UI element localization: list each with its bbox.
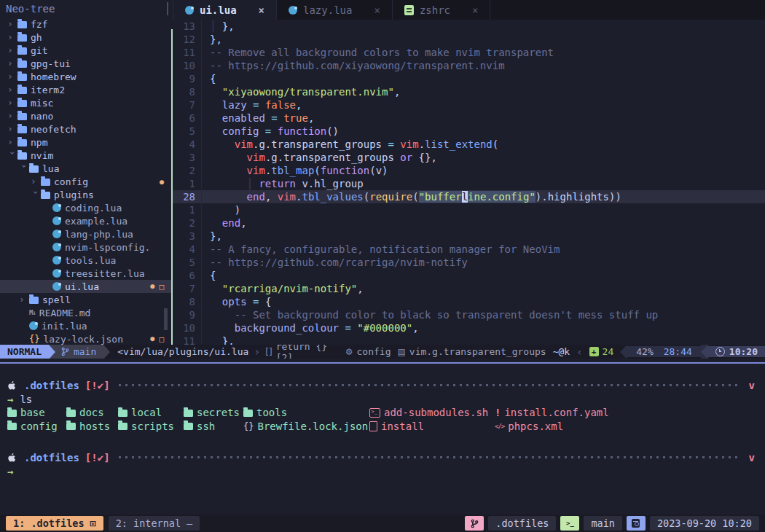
tree-item-lua[interactable]: ›lua: [0, 162, 173, 175]
tree-item-lazy-lock-json[interactable]: {}lazy-lock.json●□: [0, 332, 173, 345]
tree-item-misc[interactable]: ›misc: [0, 96, 173, 109]
code-line[interactable]: 10-- https://github.com/xiyaowong/transp…: [173, 59, 765, 72]
chevron-down-icon[interactable]: ›: [7, 150, 17, 160]
code-line[interactable]: 11 },: [173, 335, 765, 345]
code-token: [210, 165, 247, 176]
tree-item-spell[interactable]: ›spell: [0, 293, 173, 306]
tree-item-lang-php-lua[interactable]: lang-php.lua: [0, 227, 173, 240]
tab-ui-lua[interactable]: ui.lua ×: [173, 0, 277, 20]
code-line[interactable]: 12},: [173, 33, 765, 46]
tab-zshrc[interactable]: zshrc ×: [393, 0, 491, 20]
code-line-text: -- A fancy, configurable, notification m…: [201, 243, 560, 256]
git-branch-segment[interactable]: main: [55, 345, 103, 359]
tree-item-ui-lua[interactable]: ui.lua●□: [0, 280, 173, 293]
code-line[interactable]: 13│ },: [173, 20, 765, 33]
sidebar-scrollbar-thumb[interactable]: [164, 308, 168, 330]
tree-item-homebrew[interactable]: ›homebrew: [0, 70, 173, 83]
tree-item-coding-lua[interactable]: coding.lua: [0, 201, 173, 214]
tree-item-tools-lua[interactable]: tools.lua: [0, 254, 173, 267]
chevron-right-icon[interactable]: ›: [7, 58, 17, 69]
tree-item-nvim-lspconfig-[interactable]: nvim-lspconfig.: [0, 240, 173, 254]
code-line[interactable]: 1 ): [173, 203, 765, 216]
code-line[interactable]: 28 end, vim.tbl_values(require("bufferli…: [173, 190, 765, 203]
code-line[interactable]: 7 "rcarriga/nvim-notify",: [173, 282, 765, 295]
tmux-window-1[interactable]: 1: .dotfiles ⊡: [6, 516, 103, 531]
tree-item-nano[interactable]: ›nano: [0, 109, 173, 122]
window-separator[interactable]: [171, 29, 173, 345]
apple-icon: [7, 380, 17, 391]
chevron-right-icon[interactable]: ›: [7, 19, 17, 29]
tree-item-readme-md[interactable]: M↓README.md: [0, 306, 173, 319]
breadcrumb-separator: ›: [254, 345, 260, 359]
code-line[interactable]: 10 background_colour = "#000000",: [173, 321, 765, 335]
code-token: ,: [296, 99, 302, 111]
code-line[interactable]: 6{: [173, 269, 765, 282]
code-line[interactable]: 9{: [173, 72, 765, 85]
code-line[interactable]: 3 vim.g.transparent_groups or {},: [173, 151, 765, 164]
code-line[interactable]: 1 │ return v.hl_group: [173, 177, 765, 190]
tree-item-neofetch[interactable]: ›neofetch: [0, 122, 173, 136]
tree-item-config[interactable]: ›config●: [0, 175, 173, 188]
tmux-window-2[interactable]: 2: internal –: [109, 516, 200, 531]
tree-item-init-lua[interactable]: init.lua: [0, 319, 173, 332]
code-line-text: -- Set background color to black so tran…: [201, 308, 658, 321]
position-segment: 42% 28:44: [627, 346, 701, 357]
sidebar-scrollbar-thumb[interactable]: [167, 2, 168, 15]
code-line[interactable]: 8 opts = {: [173, 295, 765, 308]
tree-item-treesitter-lua[interactable]: treesitter.lua: [0, 267, 173, 280]
code-line[interactable]: 8 "xiyaowong/transparent.nvim",: [173, 85, 765, 98]
code-line[interactable]: 3},: [173, 230, 765, 243]
chevron-down-icon[interactable]: ›: [31, 189, 41, 200]
tree-item-git[interactable]: ›git: [0, 44, 173, 57]
chevron-right-icon[interactable]: ›: [7, 111, 17, 121]
code-line[interactable]: 2 end,: [173, 216, 765, 230]
breadcrumb-field-config[interactable]: ⚙ config: [345, 345, 391, 359]
code-line[interactable]: 7 lazy = false,: [173, 98, 765, 112]
breadcrumb-scope[interactable]: [] return {} [2]: [265, 345, 338, 359]
code-area[interactable]: 13│ },12},11-- Remove all background col…: [173, 20, 765, 345]
tree-item-label: lang-php.lua: [65, 229, 133, 240]
code-line[interactable]: 11-- Remove all background colors to mak…: [173, 46, 765, 59]
xml-icon: </>: [495, 420, 504, 434]
ls-entry-hosts: hosts: [66, 420, 118, 434]
chevron-right-icon[interactable]: ›: [7, 45, 17, 55]
close-icon[interactable]: ×: [472, 4, 478, 16]
chevron-right-icon[interactable]: ›: [7, 124, 17, 134]
tree-item-example-lua[interactable]: example.lua: [0, 214, 173, 227]
chevron-right-icon[interactable]: ›: [7, 71, 17, 82]
code-line[interactable]: 2 vim.tbl_map(function(v): [173, 164, 765, 177]
code-line[interactable]: 9 -- Set background color to black so tr…: [173, 308, 765, 321]
code-line[interactable]: 5-- https://github.com/rcarriga/nvim-not…: [173, 256, 765, 269]
tree-item-gpg-tui[interactable]: ›gpg-tui: [0, 57, 173, 70]
close-icon[interactable]: ×: [259, 4, 264, 16]
ls-entry-label: scripts: [131, 420, 174, 434]
tree-item-fzf[interactable]: ›fzf: [0, 17, 173, 31]
chevron-right-icon[interactable]: ›: [7, 32, 17, 42]
tree-item-gh[interactable]: ›gh: [0, 31, 173, 44]
tree-item-nvim[interactable]: ›nvim: [0, 149, 173, 162]
breadcrumb-field-variable[interactable]: ▤ vim.g.transparent_groups: [397, 345, 546, 359]
chevron-right-icon[interactable]: ›: [31, 176, 41, 187]
code-token: ,: [394, 86, 400, 98]
ls-entry-docs: docs: [66, 406, 118, 420]
tree-item-npm[interactable]: ›npm: [0, 136, 173, 149]
lua-icon: [29, 321, 38, 330]
command-line-empty[interactable]: →: [7, 464, 758, 478]
close-icon[interactable]: ×: [374, 4, 380, 16]
chevron-down-icon[interactable]: ›: [19, 163, 29, 173]
ls-entry-scripts: scripts: [118, 420, 184, 434]
chevron-right-icon[interactable]: ›: [19, 294, 29, 305]
tab-lazy-lua[interactable]: lazy.lua ×: [277, 0, 393, 20]
chevron-right-icon[interactable]: ›: [7, 137, 17, 147]
tree-item-iterm2[interactable]: ›iterm2: [0, 83, 173, 96]
tmux-shell-name: main: [584, 516, 622, 531]
chevron-right-icon[interactable]: ›: [7, 98, 17, 108]
code-line[interactable]: 6 enabled = true,: [173, 112, 765, 125]
chevron-right-icon[interactable]: ›: [7, 85, 17, 95]
code-line[interactable]: 4-- A fancy, configurable, notification …: [173, 243, 765, 256]
tree-item-plugins[interactable]: ›plugins: [0, 188, 173, 201]
tree-item-label: tools.lua: [65, 255, 116, 266]
shell-pane[interactable]: .dotfiles [!✔] v → ls basedocslocalsecre…: [0, 364, 765, 529]
code-line[interactable]: 4 vim.g.transparent_groups = vim.list_ex…: [173, 138, 765, 151]
code-line[interactable]: 5 config = function(): [173, 125, 765, 138]
